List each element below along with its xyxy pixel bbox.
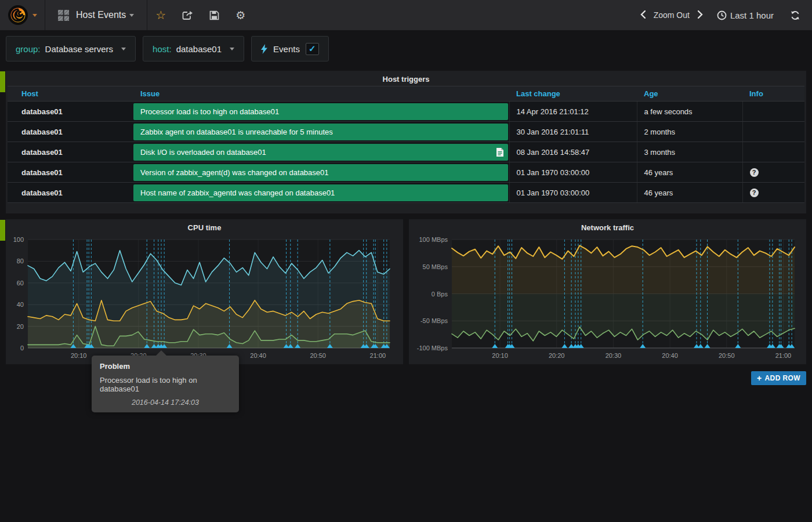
svg-text:20:40: 20:40	[662, 352, 678, 359]
variable-value: Database servers	[45, 44, 114, 54]
svg-text:0 Bps: 0 Bps	[432, 291, 448, 298]
column-header-last-change[interactable]: Last change	[509, 86, 637, 102]
zoom-out-button[interactable]: Zoom Out	[651, 10, 692, 20]
column-header-age[interactable]: Age	[637, 86, 742, 102]
panel-title[interactable]: Host triggers	[8, 71, 804, 86]
issue-severity-badge[interactable]: Processor load is too high on database01	[133, 103, 508, 120]
network-traffic-chart[interactable]: 20:1020:2020:3020:4020:5021:00-100 MBps-…	[409, 234, 806, 364]
variable-value: database01	[176, 44, 222, 54]
top-navbar: Host Events ☆ ⚙ Zoom Out	[0, 0, 812, 30]
age-cell: 2 months	[637, 122, 742, 142]
clock-icon	[717, 10, 727, 20]
info-cell	[742, 142, 804, 162]
issue-text: Processor load is too high on database01	[140, 107, 279, 116]
variable-host-dropdown[interactable]: host: database01	[143, 36, 244, 61]
trigger-row: database01Disk I/O is overloaded on data…	[8, 142, 804, 162]
age-cell: 46 years	[637, 183, 742, 203]
save-button[interactable]	[201, 10, 227, 20]
svg-text:20:20: 20:20	[549, 352, 565, 359]
issue-cell: Version of zabbix_agent(d) was changed o…	[133, 162, 509, 183]
info-help-icon[interactable]: ?	[750, 168, 759, 177]
info-cell	[742, 122, 804, 142]
panel-title[interactable]: Network traffic	[409, 219, 806, 234]
settings-button[interactable]: ⚙	[227, 9, 253, 22]
chevron-down-icon	[129, 14, 134, 17]
issue-severity-badge[interactable]: Version of zabbix_agent(d) was changed o…	[133, 164, 508, 181]
column-header-host[interactable]: Host	[8, 86, 133, 102]
svg-text:20:50: 20:50	[310, 352, 326, 359]
age-cell: 3 months	[637, 142, 742, 162]
svg-text:100: 100	[13, 236, 24, 243]
host-cell: database01	[8, 142, 133, 162]
time-shift-forward-button[interactable]	[695, 10, 705, 20]
chevron-down-icon	[121, 48, 126, 50]
svg-text:20: 20	[17, 323, 24, 330]
age-cell: 46 years	[637, 162, 742, 183]
variable-group-dropdown[interactable]: group: Database servers	[6, 36, 136, 61]
time-range-picker[interactable]: Last 1 hour	[717, 10, 774, 20]
issue-cell: Zabbix agent on database01 is unreachabl…	[133, 122, 509, 142]
svg-text:20:40: 20:40	[250, 352, 266, 359]
svg-text:40: 40	[17, 301, 24, 308]
issue-cell: Processor load is too high on database01	[133, 102, 509, 122]
info-cell: ?	[742, 162, 804, 183]
tooltip-message: Processor load is too high on database01	[100, 376, 231, 393]
last-change-cell: 08 Jan 2016 14:58:47	[509, 142, 637, 162]
row-collapse-handle[interactable]	[0, 220, 5, 241]
network-traffic-panel: Network traffic 20:1020:2020:3020:4020:5…	[409, 219, 806, 364]
host-cell: database01	[8, 162, 133, 183]
page-title: Host Events	[76, 10, 126, 20]
last-change-cell: 30 Jan 2016 21:01:11	[509, 122, 637, 142]
column-header-info[interactable]: Info	[742, 86, 804, 102]
issue-severity-badge[interactable]: Host name of zabbix_agentd was changed o…	[133, 184, 508, 201]
document-icon	[496, 148, 503, 157]
share-button[interactable]	[174, 10, 201, 20]
row-collapse-handle[interactable]	[0, 71, 5, 92]
info-help-icon[interactable]: ?	[750, 188, 759, 197]
host-cell: database01	[8, 122, 133, 142]
navbar-actions: ☆ ⚙	[147, 8, 253, 22]
dashboard-row-charts: CPU time 20:1020:2020:3020:4020:5021:000…	[6, 219, 806, 364]
cpu-time-chart[interactable]: 20:1020:2020:3020:4020:5021:000204060801…	[6, 234, 403, 364]
triggers-table: Host Issue Last change Age Info database…	[8, 86, 804, 203]
issue-text: Disk I/O is overloaded on database01	[140, 148, 266, 157]
svg-text:60: 60	[17, 280, 24, 287]
annotations-toggle-chip: Events ✓	[251, 36, 329, 61]
refresh-icon	[790, 10, 800, 20]
last-change-cell: 01 Jan 1970 03:00:00	[509, 162, 637, 183]
variable-label: host:	[153, 44, 172, 54]
dashboard-submenu: group: Database servers host: database01…	[0, 30, 812, 67]
panel-title[interactable]: CPU time	[6, 219, 403, 234]
info-cell	[742, 102, 804, 122]
svg-text:100 MBps: 100 MBps	[419, 236, 448, 243]
column-header-issue[interactable]: Issue	[133, 86, 509, 102]
time-shift-back-button[interactable]	[638, 10, 648, 20]
refresh-button[interactable]	[790, 10, 800, 20]
cpu-time-panel: CPU time 20:1020:2020:3020:4020:5021:000…	[6, 219, 403, 364]
dashboard-title-menu[interactable]: Host Events	[45, 0, 147, 30]
issue-text: Host name of zabbix_agentd was changed o…	[140, 188, 335, 197]
svg-text:-100 MBps: -100 MBps	[417, 345, 448, 351]
annotations-checkbox[interactable]: ✓	[306, 43, 319, 55]
issue-severity-badge[interactable]: Zabbix agent on database01 is unreachabl…	[133, 124, 508, 140]
svg-text:20:10: 20:10	[492, 352, 508, 359]
svg-text:20:50: 20:50	[719, 352, 735, 359]
svg-text:20:10: 20:10	[71, 352, 87, 359]
chevron-right-icon	[698, 10, 703, 19]
share-icon	[182, 10, 193, 20]
last-change-cell: 01 Jan 1970 03:00:00	[509, 183, 637, 203]
tooltip-timestamp: 2016-04-14 17:24:03	[100, 398, 231, 407]
triggers-table-header: Host Issue Last change Age Info	[8, 86, 804, 102]
grafana-logo-menu[interactable]	[0, 0, 45, 30]
check-icon: ✓	[309, 44, 316, 54]
plus-icon: +	[757, 374, 762, 383]
add-row-button[interactable]: + ADD ROW	[751, 371, 806, 385]
variable-label: group:	[16, 44, 41, 54]
chevron-down-icon	[230, 48, 234, 50]
trigger-row: database01Zabbix agent on database01 is …	[8, 122, 804, 142]
star-button[interactable]: ☆	[147, 8, 174, 22]
tooltip-title: Problem	[100, 362, 231, 371]
svg-text:20:30: 20:30	[606, 352, 622, 359]
trigger-row: database01Version of zabbix_agent(d) was…	[8, 162, 804, 183]
issue-severity-badge[interactable]: Disk I/O is overloaded on database01	[133, 144, 508, 161]
